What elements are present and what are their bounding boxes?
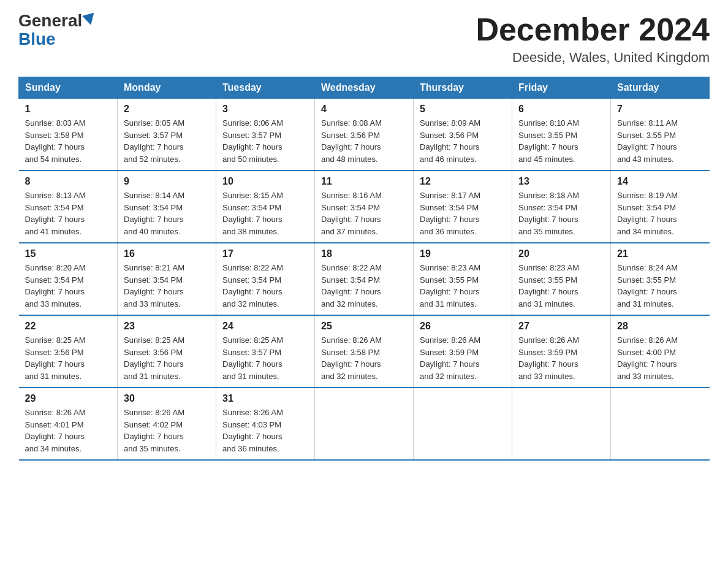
- header: General Blue December 2024 Deeside, Wale…: [18, 12, 710, 66]
- day-info: Sunrise: 8:15 AMSunset: 3:54 PMDaylight:…: [222, 191, 283, 236]
- calendar-day-cell: 1 Sunrise: 8:03 AMSunset: 3:58 PMDayligh…: [19, 99, 118, 171]
- calendar-day-cell: 7 Sunrise: 8:11 AMSunset: 3:55 PMDayligh…: [611, 99, 710, 171]
- weekday-header-tuesday: Tuesday: [216, 77, 315, 99]
- day-number: 30: [124, 393, 210, 404]
- calendar-day-cell: [315, 388, 414, 460]
- day-info: Sunrise: 8:26 AMSunset: 4:01 PMDaylight:…: [25, 408, 86, 453]
- weekday-header-saturday: Saturday: [611, 77, 710, 99]
- day-info: Sunrise: 8:25 AMSunset: 3:57 PMDaylight:…: [222, 335, 283, 381]
- weekday-header-thursday: Thursday: [414, 77, 512, 99]
- calendar-day-cell: 6 Sunrise: 8:10 AMSunset: 3:55 PMDayligh…: [512, 99, 611, 171]
- day-info: Sunrise: 8:25 AMSunset: 3:56 PMDaylight:…: [124, 335, 184, 381]
- month-title: December 2024: [476, 12, 710, 47]
- calendar-week-row: 29 Sunrise: 8:26 AMSunset: 4:01 PMDaylig…: [19, 388, 710, 460]
- logo-blue-text: Blue: [18, 29, 56, 49]
- day-info: Sunrise: 8:11 AMSunset: 3:55 PMDaylight:…: [617, 118, 678, 164]
- day-info: Sunrise: 8:05 AMSunset: 3:57 PMDaylight:…: [124, 118, 184, 164]
- day-info: Sunrise: 8:18 AMSunset: 3:54 PMDaylight:…: [518, 191, 579, 236]
- day-info: Sunrise: 8:23 AMSunset: 3:55 PMDaylight:…: [518, 263, 579, 308]
- calendar-day-cell: 16 Sunrise: 8:21 AMSunset: 3:54 PMDaylig…: [118, 243, 216, 315]
- day-number: 19: [420, 248, 506, 259]
- logo-triangle-icon: [82, 13, 97, 27]
- day-number: 17: [222, 248, 308, 259]
- weekday-header-wednesday: Wednesday: [315, 77, 414, 99]
- day-info: Sunrise: 8:22 AMSunset: 3:54 PMDaylight:…: [222, 263, 283, 308]
- day-number: 13: [518, 176, 604, 187]
- day-info: Sunrise: 8:16 AMSunset: 3:54 PMDaylight:…: [321, 191, 382, 236]
- day-number: 10: [222, 176, 308, 187]
- day-number: 5: [420, 104, 506, 115]
- day-number: 31: [222, 393, 308, 404]
- day-info: Sunrise: 8:26 AMSunset: 4:03 PMDaylight:…: [222, 408, 283, 453]
- day-number: 29: [25, 393, 112, 404]
- day-number: 27: [518, 321, 604, 332]
- day-info: Sunrise: 8:08 AMSunset: 3:56 PMDaylight:…: [321, 118, 382, 164]
- day-info: Sunrise: 8:26 AMSunset: 3:59 PMDaylight:…: [420, 335, 480, 381]
- calendar-day-cell: 21 Sunrise: 8:24 AMSunset: 3:55 PMDaylig…: [611, 243, 710, 315]
- day-number: 14: [617, 176, 703, 187]
- day-number: 15: [25, 248, 112, 259]
- day-info: Sunrise: 8:26 AMSunset: 4:02 PMDaylight:…: [124, 408, 184, 453]
- weekday-header-row: SundayMondayTuesdayWednesdayThursdayFrid…: [19, 77, 710, 99]
- day-number: 4: [321, 104, 407, 115]
- calendar-day-cell: 9 Sunrise: 8:14 AMSunset: 3:54 PMDayligh…: [118, 170, 216, 243]
- calendar-day-cell: 17 Sunrise: 8:22 AMSunset: 3:54 PMDaylig…: [216, 243, 315, 315]
- day-number: 23: [124, 321, 210, 332]
- calendar-week-row: 15 Sunrise: 8:20 AMSunset: 3:54 PMDaylig…: [19, 243, 710, 315]
- calendar-day-cell: 13 Sunrise: 8:18 AMSunset: 3:54 PMDaylig…: [512, 170, 611, 243]
- weekday-header-friday: Friday: [512, 77, 611, 99]
- calendar-day-cell: [512, 388, 611, 460]
- day-info: Sunrise: 8:17 AMSunset: 3:54 PMDaylight:…: [420, 191, 480, 236]
- calendar-day-cell: 8 Sunrise: 8:13 AMSunset: 3:54 PMDayligh…: [19, 170, 118, 243]
- calendar-day-cell: 12 Sunrise: 8:17 AMSunset: 3:54 PMDaylig…: [414, 170, 512, 243]
- logo-general-text: General: [18, 12, 82, 29]
- weekday-header-monday: Monday: [118, 77, 216, 99]
- day-info: Sunrise: 8:19 AMSunset: 3:54 PMDaylight:…: [617, 191, 678, 236]
- calendar-day-cell: 22 Sunrise: 8:25 AMSunset: 3:56 PMDaylig…: [19, 315, 118, 388]
- calendar-day-cell: 30 Sunrise: 8:26 AMSunset: 4:02 PMDaylig…: [118, 388, 216, 460]
- day-number: 22: [25, 321, 112, 332]
- day-number: 12: [420, 176, 506, 187]
- calendar-week-row: 1 Sunrise: 8:03 AMSunset: 3:58 PMDayligh…: [19, 99, 710, 171]
- day-info: Sunrise: 8:26 AMSunset: 3:59 PMDaylight:…: [518, 335, 579, 381]
- day-number: 9: [124, 176, 210, 187]
- day-number: 21: [617, 248, 703, 259]
- day-number: 20: [518, 248, 604, 259]
- day-info: Sunrise: 8:03 AMSunset: 3:58 PMDaylight:…: [25, 118, 86, 164]
- calendar-day-cell: 20 Sunrise: 8:23 AMSunset: 3:55 PMDaylig…: [512, 243, 611, 315]
- calendar-day-cell: 2 Sunrise: 8:05 AMSunset: 3:57 PMDayligh…: [118, 99, 216, 171]
- calendar-day-cell: [611, 388, 710, 460]
- calendar-day-cell: 11 Sunrise: 8:16 AMSunset: 3:54 PMDaylig…: [315, 170, 414, 243]
- calendar-day-cell: 31 Sunrise: 8:26 AMSunset: 4:03 PMDaylig…: [216, 388, 315, 460]
- day-number: 28: [617, 321, 703, 332]
- day-info: Sunrise: 8:26 AMSunset: 3:58 PMDaylight:…: [321, 335, 382, 381]
- day-info: Sunrise: 8:23 AMSunset: 3:55 PMDaylight:…: [420, 263, 480, 308]
- day-number: 26: [420, 321, 506, 332]
- day-info: Sunrise: 8:24 AMSunset: 3:55 PMDaylight:…: [617, 263, 678, 308]
- calendar-day-cell: 18 Sunrise: 8:22 AMSunset: 3:54 PMDaylig…: [315, 243, 414, 315]
- day-number: 3: [222, 104, 308, 115]
- calendar-day-cell: 27 Sunrise: 8:26 AMSunset: 3:59 PMDaylig…: [512, 315, 611, 388]
- day-number: 7: [617, 104, 703, 115]
- location-title: Deeside, Wales, United Kingdom: [476, 50, 710, 66]
- calendar-week-row: 22 Sunrise: 8:25 AMSunset: 3:56 PMDaylig…: [19, 315, 710, 388]
- day-info: Sunrise: 8:25 AMSunset: 3:56 PMDaylight:…: [25, 335, 86, 381]
- day-info: Sunrise: 8:13 AMSunset: 3:54 PMDaylight:…: [25, 191, 86, 236]
- calendar-day-cell: 14 Sunrise: 8:19 AMSunset: 3:54 PMDaylig…: [611, 170, 710, 243]
- calendar-day-cell: 23 Sunrise: 8:25 AMSunset: 3:56 PMDaylig…: [118, 315, 216, 388]
- day-info: Sunrise: 8:06 AMSunset: 3:57 PMDaylight:…: [222, 118, 283, 164]
- day-number: 18: [321, 248, 407, 259]
- calendar-week-row: 8 Sunrise: 8:13 AMSunset: 3:54 PMDayligh…: [19, 170, 710, 243]
- calendar-day-cell: 19 Sunrise: 8:23 AMSunset: 3:55 PMDaylig…: [414, 243, 512, 315]
- calendar-day-cell: 15 Sunrise: 8:20 AMSunset: 3:54 PMDaylig…: [19, 243, 118, 315]
- calendar-day-cell: 10 Sunrise: 8:15 AMSunset: 3:54 PMDaylig…: [216, 170, 315, 243]
- day-number: 2: [124, 104, 210, 115]
- day-number: 25: [321, 321, 407, 332]
- day-number: 8: [25, 176, 112, 187]
- calendar-day-cell: 3 Sunrise: 8:06 AMSunset: 3:57 PMDayligh…: [216, 99, 315, 171]
- day-info: Sunrise: 8:26 AMSunset: 4:00 PMDaylight:…: [617, 335, 678, 381]
- day-number: 11: [321, 176, 407, 187]
- calendar-day-cell: 26 Sunrise: 8:26 AMSunset: 3:59 PMDaylig…: [414, 315, 512, 388]
- day-info: Sunrise: 8:22 AMSunset: 3:54 PMDaylight:…: [321, 263, 382, 308]
- title-area: December 2024 Deeside, Wales, United Kin…: [476, 12, 710, 66]
